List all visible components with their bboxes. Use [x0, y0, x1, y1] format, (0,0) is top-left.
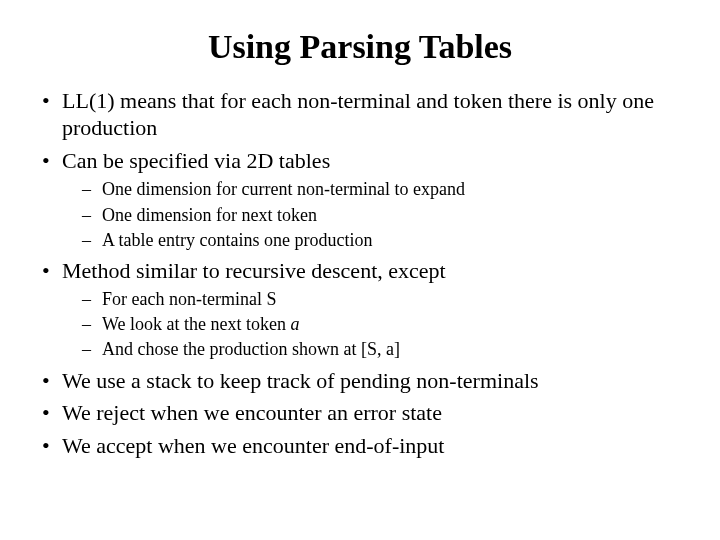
list-item: A table entry contains one production [62, 229, 680, 252]
bullet-text: A table entry contains one production [102, 230, 372, 250]
bullet-text: We reject when we encounter an error sta… [62, 400, 442, 425]
list-item: Can be specified via 2D tables One dimen… [40, 148, 680, 252]
bullet-text: And chose the production shown at [S, a] [102, 339, 400, 359]
list-item: We look at the next token a [62, 313, 680, 336]
list-item: For each non-terminal S [62, 288, 680, 311]
list-item: One dimension for next token [62, 204, 680, 227]
page-title: Using Parsing Tables [40, 28, 680, 66]
bullet-text: LL(1) means that for each non-terminal a… [62, 88, 654, 140]
list-item: One dimension for current non-terminal t… [62, 178, 680, 201]
sub-list: For each non-terminal S We look at the n… [62, 288, 680, 361]
list-item: And chose the production shown at [S, a] [62, 338, 680, 361]
bullet-text: We accept when we encounter end-of-input [62, 433, 444, 458]
italic-variable: a [291, 314, 300, 334]
bullet-text: For each non-terminal S [102, 289, 276, 309]
bullet-text: We look at the next token [102, 314, 291, 334]
bullet-text: Can be specified via 2D tables [62, 148, 330, 173]
list-item: We reject when we encounter an error sta… [40, 400, 680, 427]
bullet-text: One dimension for current non-terminal t… [102, 179, 465, 199]
bullet-text: One dimension for next token [102, 205, 317, 225]
sub-list: One dimension for current non-terminal t… [62, 178, 680, 251]
bullet-text: We use a stack to keep track of pending … [62, 368, 539, 393]
list-item: LL(1) means that for each non-terminal a… [40, 88, 680, 142]
bullet-list: LL(1) means that for each non-terminal a… [40, 88, 680, 460]
list-item: We use a stack to keep track of pending … [40, 368, 680, 395]
slide: Using Parsing Tables LL(1) means that fo… [0, 0, 720, 540]
bullet-text: Method similar to recursive descent, exc… [62, 258, 446, 283]
list-item: We accept when we encounter end-of-input [40, 433, 680, 460]
list-item: Method similar to recursive descent, exc… [40, 258, 680, 362]
